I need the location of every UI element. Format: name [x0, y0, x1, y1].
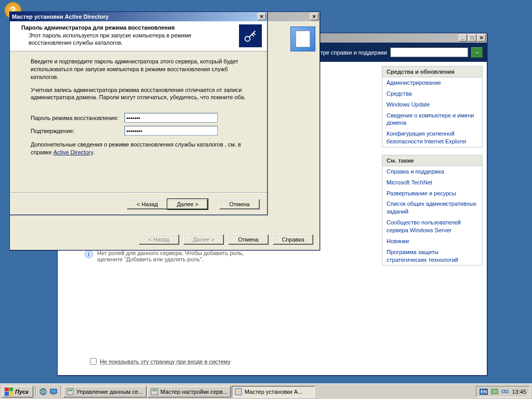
dont-show-checkbox[interactable] — [90, 358, 97, 365]
svg-rect-11 — [502, 390, 504, 393]
back-button: < Назад — [139, 234, 179, 245]
server-icon — [66, 388, 74, 396]
minimize-button[interactable]: _ — [459, 34, 467, 42]
close-button[interactable]: ✕ — [258, 13, 266, 20]
taskbar-item-manage[interactable]: Управление данным се... — [63, 386, 147, 397]
wizard-header-title: Пароль администратора для режима восстан… — [21, 24, 261, 31]
ad-window-title: Мастер установки Active Directory — [11, 14, 257, 20]
clock[interactable]: 13:45 — [512, 389, 526, 395]
panel-link[interactable]: Средства — [382, 88, 482, 99]
password-label: Пароль режима восстановления: — [31, 115, 124, 121]
cancel-button[interactable]: Отмена — [228, 234, 269, 245]
confirm-label: Подтверждение: — [31, 128, 124, 134]
ad-titlebar[interactable]: Мастер установки Active Directory ✕ — [10, 12, 267, 21]
no-roles-text: Нет ролей для данного сервера. Чтобы доб… — [97, 250, 263, 262]
separator — [60, 386, 61, 397]
panel-header: См. также — [382, 155, 482, 166]
start-button[interactable]: Пуск — [2, 386, 33, 397]
see-also-panel: См. также Справка и поддержка Microsoft … — [382, 155, 483, 265]
wizard-icon — [290, 26, 315, 51]
svg-rect-12 — [506, 390, 508, 393]
separator — [35, 386, 36, 397]
wizard-header: Пароль администратора для режима восстан… — [10, 21, 267, 51]
taskbar-item-label: Мастер настройки серв... — [161, 389, 228, 395]
panel-link[interactable]: Сведения о компьютере и имени домена — [382, 110, 482, 129]
quicklaunch-ie-icon[interactable] — [38, 387, 48, 396]
svg-point-9 — [237, 390, 240, 393]
server-icon — [150, 388, 158, 396]
taskbar-item-ad-wizard[interactable]: Мастер установки A... — [232, 386, 315, 397]
next-button[interactable]: Далее > — [167, 199, 208, 209]
active-directory-link[interactable]: Active Directory — [54, 149, 93, 155]
svg-point-0 — [245, 36, 250, 41]
wizard-footer: < Назад Далее > Отмена — [10, 193, 267, 215]
panel-link[interactable]: Развертывание и ресурсы — [382, 188, 482, 199]
taskbar-item-label: Мастер установки A... — [245, 389, 303, 395]
svg-rect-7 — [152, 390, 156, 391]
svg-rect-6 — [151, 389, 157, 395]
system-tray: EN 13:45 — [476, 386, 530, 397]
close-button[interactable]: ✕ — [477, 34, 486, 42]
server-right-pane: Средства и обновления Администрирование … — [378, 62, 487, 375]
language-indicator[interactable]: EN — [480, 389, 488, 395]
panel-link[interactable]: Программа защиты стратегических технолог… — [382, 247, 482, 265]
panel-header: Средства и обновления — [382, 66, 482, 77]
panel-link[interactable]: Справка и поддержка — [382, 166, 482, 177]
search-go-button[interactable]: → — [471, 47, 483, 58]
key-icon — [239, 24, 262, 47]
panel-link[interactable]: Сообщество пользователей сервера Windows… — [382, 217, 482, 236]
close-button[interactable]: ✕ — [310, 13, 318, 20]
search-input[interactable] — [390, 47, 468, 57]
taskbar: Пуск Управление данным се... Мастер наст… — [0, 383, 532, 399]
svg-rect-2 — [50, 389, 57, 393]
panel-link[interactable]: Microsoft TechNet — [382, 177, 482, 188]
dont-show-label: Не показывать эту страницу при входе в с… — [100, 358, 231, 365]
ad-wizard-window: Мастер установки Active Directory ✕ Паро… — [9, 11, 268, 215]
tools-panel: Средства и обновления Администрирование … — [382, 66, 483, 148]
taskbar-item-config-wizard[interactable]: Мастер настройки серв... — [148, 386, 231, 397]
tray-vm-icon[interactable] — [491, 388, 498, 395]
svg-point-1 — [40, 389, 46, 395]
wizard-header-subtitle: Этот пароль используется при запуске ком… — [29, 32, 210, 47]
password-input[interactable] — [124, 113, 218, 123]
svg-rect-5 — [68, 390, 72, 391]
directory-icon — [234, 388, 243, 396]
svg-rect-10 — [491, 389, 498, 394]
maximize-button[interactable]: □ — [468, 34, 476, 42]
help-button[interactable]: Справка — [273, 234, 313, 245]
cancel-button[interactable]: Отмена — [219, 199, 260, 209]
tray-network-icon[interactable] — [501, 388, 509, 395]
svg-rect-4 — [67, 389, 73, 395]
info-icon: i — [85, 250, 93, 258]
quicklaunch-desktop-icon[interactable] — [49, 387, 58, 396]
taskbar-item-label: Управление данным се... — [76, 389, 143, 395]
wizard-para-1: Введите и подтвердите пароль администрат… — [31, 58, 246, 81]
start-label: Пуск — [15, 389, 29, 395]
back-button[interactable]: < Назад — [127, 199, 167, 209]
panel-link[interactable]: Администрирование — [382, 77, 482, 88]
next-button: Далее > — [183, 234, 224, 245]
confirm-password-input[interactable] — [124, 126, 218, 136]
wizard-para-2: Учетная запись администратора режима вос… — [31, 86, 246, 102]
panel-link[interactable]: Windows Update — [382, 99, 482, 110]
panel-link[interactable]: Новинки — [382, 236, 482, 247]
svg-rect-3 — [52, 394, 55, 395]
wizard-content: Введите и подтвердите пароль администрат… — [10, 51, 267, 156]
panel-link[interactable]: Конфигурация усиленной безопасности Inte… — [382, 128, 482, 147]
panel-link[interactable]: Список общих административных заданий — [382, 198, 482, 217]
windows-logo-icon — [5, 388, 13, 396]
